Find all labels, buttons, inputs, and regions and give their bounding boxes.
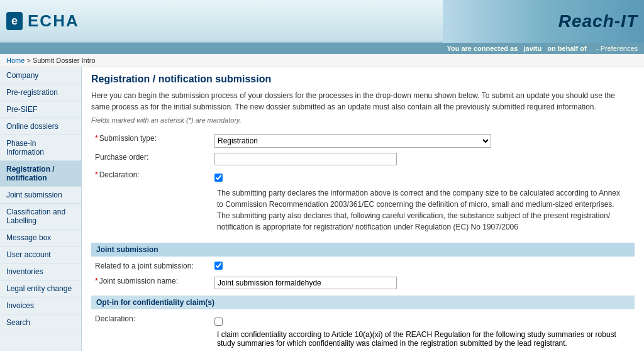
sidebar-item-message-box[interactable]: Message box (0, 230, 81, 246)
sidebar: Company Pre-registration Pre-SIEF Online… (0, 67, 82, 351)
reach-it-text: Reach-IT (558, 11, 638, 31)
related-joint-label: Related to a joint submission: (91, 259, 211, 274)
submission-form: Submission type: Registration Notificati… (91, 131, 635, 238)
joint-submission-name-row: Joint submission name: (91, 274, 635, 292)
opt-in-checkbox[interactable] (214, 318, 223, 326)
sidebar-item-pre-registration[interactable]: Pre-registration (0, 84, 81, 101)
main-description: Here you can begin the submission proces… (91, 90, 635, 113)
connected-label: You are connected as (447, 45, 518, 52)
breadcrumb-current: Submit Dossier Intro (33, 57, 96, 64)
submission-type-select[interactable]: Registration Notification Update (214, 134, 491, 148)
sidebar-item-joint-submission[interactable]: Joint submission (0, 187, 81, 204)
joint-submission-form: Related to a joint submission: Joint sub… (91, 259, 635, 292)
opt-in-declaration-cell: I claim confidentiality according to Art… (211, 312, 635, 351)
sidebar-item-registration[interactable]: Registration / notification (0, 161, 81, 187)
preferences-link[interactable]: - Preferences (596, 45, 638, 52)
breadcrumb: Home > Submit Dossier Intro (0, 54, 644, 67)
sidebar-item-invoices[interactable]: Invoices (0, 297, 81, 314)
username: javitu (523, 45, 541, 52)
echa-logo-text: ECHA (28, 11, 79, 31)
purchase-order-input[interactable] (214, 153, 397, 165)
sidebar-item-online-dossiers[interactable]: Online dossiers (0, 118, 81, 135)
declaration-cell: The submitting party declares the inform… (211, 168, 635, 238)
submission-type-label: Submission type: (91, 131, 211, 150)
declaration-text: The submitting party declares the inform… (214, 185, 631, 235)
opt-in-declaration-row: Declaration: I claim confidentiality acc… (91, 312, 635, 351)
opt-in-form: Declaration: I claim confidentiality acc… (91, 312, 635, 351)
breadcrumb-separator: > (26, 57, 32, 64)
related-joint-cell (211, 259, 635, 274)
echa-logo-box: e (6, 12, 23, 30)
top-bar: You are connected as javitu on behalf of… (0, 43, 644, 54)
sidebar-item-inventories[interactable]: Inventories (0, 263, 81, 280)
related-joint-row: Related to a joint submission: (91, 259, 635, 274)
sidebar-item-classification-labelling[interactable]: Classification and Labelling (0, 204, 81, 230)
related-joint-checkbox[interactable] (214, 262, 223, 270)
page-header: e ECHA Reach-IT (0, 0, 644, 43)
joint-submission-name-cell (211, 274, 635, 292)
declaration-label: Declaration: (91, 168, 211, 238)
main-layout: Company Pre-registration Pre-SIEF Online… (0, 67, 644, 351)
declaration-checkbox[interactable] (214, 174, 223, 182)
opt-in-declaration-text: I claim confidentiality according to Art… (214, 328, 631, 350)
submission-type-cell: Registration Notification Update (211, 131, 635, 150)
home-link[interactable]: Home (6, 57, 25, 64)
declaration-row: Declaration: The submitting party declar… (91, 168, 635, 238)
reach-it-logo: Reach-IT (443, 0, 644, 43)
sidebar-item-pre-sief[interactable]: Pre-SIEF (0, 101, 81, 118)
purchase-order-cell (211, 150, 635, 168)
submission-type-row: Submission type: Registration Notificati… (91, 131, 635, 150)
opt-in-declaration-label: Declaration: (91, 312, 211, 351)
sidebar-item-user-account[interactable]: User account (0, 246, 81, 263)
declaration-checkbox-container (214, 170, 631, 185)
sidebar-item-phase-in-info[interactable]: Phase-in Information (0, 135, 81, 161)
logo-area: e ECHA (6, 11, 79, 31)
joint-submission-name-input[interactable] (214, 277, 397, 289)
mandatory-note: Fields marked with an asterisk (*) are m… (91, 116, 635, 124)
behalf-label: on behalf of (547, 45, 586, 52)
purchase-order-label: Purchase order: (91, 150, 211, 168)
purchase-order-row: Purchase order: (91, 150, 635, 168)
sidebar-item-search[interactable]: Search (0, 314, 81, 331)
opt-in-header: Opt-in for confidentiality claim(s) (91, 296, 635, 309)
main-content: Registration / notification submission H… (82, 67, 644, 351)
joint-submission-header: Joint submission (91, 243, 635, 257)
sidebar-item-legal-entity-change[interactable]: Legal entity change (0, 280, 81, 297)
joint-submission-name-label: Joint submission name: (91, 274, 211, 292)
page-title: Registration / notification submission (91, 74, 635, 85)
sidebar-item-company[interactable]: Company (0, 67, 81, 84)
